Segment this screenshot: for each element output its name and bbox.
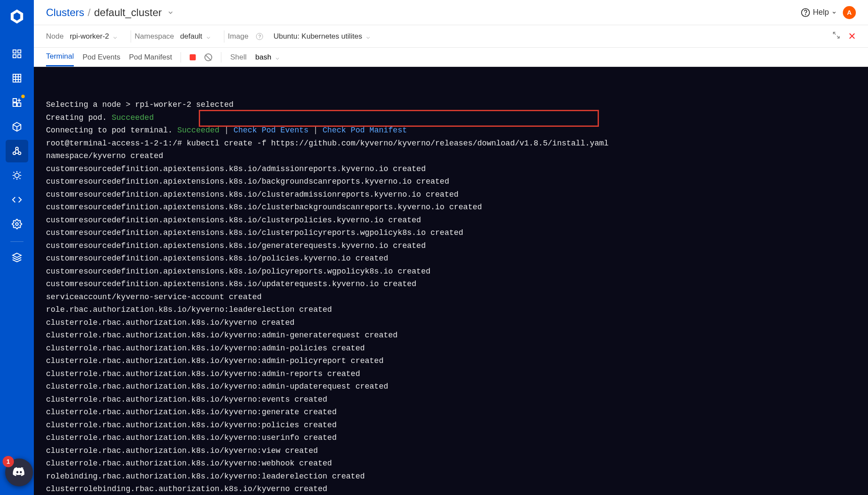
- app-logo[interactable]: [8, 8, 26, 25]
- breadcrumb-root[interactable]: Clusters: [46, 7, 84, 19]
- svg-marker-31: [13, 253, 21, 257]
- term-line: customresourcedefinition.apiextensions.k…: [46, 165, 426, 173]
- vertical-separator: [224, 30, 224, 43]
- nav-add-block-icon[interactable]: [6, 91, 28, 114]
- nav-bug-icon[interactable]: [6, 164, 28, 187]
- svg-point-21: [15, 173, 19, 178]
- selector-bar: Node rpi-worker-2 ⌵ Namespace default ⌵ …: [34, 25, 868, 48]
- nav-cluster-icon[interactable]: [6, 140, 28, 162]
- check-pod-events-link[interactable]: Check Pod Events: [233, 126, 309, 135]
- discord-count: 1: [3, 456, 14, 467]
- namespace-label: Namespace: [135, 32, 174, 41]
- term-line: Selecting a node > rpi-worker-2 selected: [46, 100, 233, 109]
- term-line: clusterrolebinding.rbac.authorization.k8…: [46, 485, 327, 493]
- term-line: clusterrole.rbac.authorization.k8s.io/ky…: [46, 331, 398, 340]
- vertical-separator: [131, 30, 131, 43]
- nav-dashboard-icon[interactable]: [6, 43, 28, 65]
- chevron-down-icon: ⌵: [207, 33, 210, 40]
- term-line: namespace/kyverno created: [46, 152, 163, 160]
- vertical-separator: [181, 52, 181, 63]
- nav-code-icon[interactable]: [6, 188, 28, 211]
- vertical-separator: [221, 52, 221, 63]
- chevron-down-icon[interactable]: [167, 7, 174, 19]
- svg-rect-11: [17, 103, 21, 106]
- term-line: Creating pod. Succeeded: [46, 113, 154, 122]
- avatar-letter: A: [847, 9, 852, 16]
- block-icon[interactable]: [204, 53, 212, 61]
- info-icon[interactable]: ?: [256, 33, 263, 40]
- tabs-bar: Terminal Pod Events Pod Manifest Shell b…: [34, 48, 868, 67]
- node-value[interactable]: rpi-worker-2 ⌵: [70, 32, 117, 41]
- terminal-output[interactable]: Selecting a node > rpi-worker-2 selected…: [34, 67, 868, 495]
- svg-line-25: [20, 178, 20, 179]
- namespace-select: Namespace default ⌵: [135, 32, 210, 41]
- svg-line-19: [18, 150, 19, 152]
- nav-stack-icon[interactable]: [6, 246, 28, 269]
- svg-line-34: [833, 32, 835, 34]
- svg-line-35: [837, 36, 839, 38]
- term-line: customresourcedefinition.apiextensions.k…: [46, 280, 416, 288]
- term-line: customresourcedefinition.apiextensions.k…: [46, 203, 482, 211]
- shell-label: Shell: [230, 53, 247, 62]
- term-line: customresourcedefinition.apiextensions.k…: [46, 228, 463, 237]
- term-line: root@terminal-access-1-2-1:/# kubectl cr…: [46, 139, 608, 148]
- image-value[interactable]: Ubuntu: Kubernetes utilites ⌵: [273, 32, 370, 41]
- notification-dot: [21, 95, 25, 98]
- svg-point-17: [18, 152, 21, 155]
- svg-point-33: [806, 14, 806, 15]
- term-line: clusterrole.rbac.authorization.k8s.io/ky…: [46, 421, 337, 429]
- image-label: Image: [228, 32, 248, 41]
- svg-point-15: [16, 147, 18, 150]
- svg-rect-3: [18, 55, 21, 58]
- term-line: customresourcedefinition.apiextensions.k…: [46, 216, 421, 224]
- stop-button[interactable]: [190, 54, 196, 60]
- discord-icon: [12, 465, 26, 479]
- nav-grid-icon[interactable]: [6, 67, 28, 89]
- term-line: clusterrole.rbac.authorization.k8s.io/ky…: [46, 395, 327, 404]
- node-select: Node rpi-worker-2 ⌵: [46, 32, 117, 41]
- svg-line-18: [15, 150, 16, 152]
- tab-pod-manifest[interactable]: Pod Manifest: [129, 48, 172, 66]
- nav-settings-icon[interactable]: [6, 213, 28, 235]
- term-line: serviceaccount/kyverno-service-account c…: [46, 293, 262, 301]
- help-icon: [801, 8, 810, 17]
- term-line: customresourcedefinition.apiextensions.k…: [46, 267, 431, 276]
- main-column: Clusters / default_cluster Help A Node r…: [34, 0, 868, 495]
- help-menu[interactable]: Help: [801, 8, 837, 17]
- term-line: clusterrole.rbac.authorization.k8s.io/ky…: [46, 318, 295, 327]
- term-line: clusterrole.rbac.authorization.k8s.io/ky…: [46, 370, 360, 378]
- close-icon[interactable]: ✕: [848, 31, 856, 42]
- term-line: role.rbac.authorization.k8s.io/kyverno:l…: [46, 305, 332, 314]
- term-line: customresourcedefinition.apiextensions.k…: [46, 190, 459, 199]
- term-line: customresourcedefinition.apiextensions.k…: [46, 241, 426, 250]
- chevron-down-icon: ⌵: [366, 33, 370, 40]
- term-line: clusterrole.rbac.authorization.k8s.io/ky…: [46, 408, 337, 416]
- term-line: clusterrole.rbac.authorization.k8s.io/ky…: [46, 382, 388, 391]
- term-line: clusterrole.rbac.authorization.k8s.io/ky…: [46, 446, 318, 455]
- tab-pod-events[interactable]: Pod Events: [82, 48, 120, 66]
- topbar: Clusters / default_cluster Help A: [34, 0, 868, 25]
- minimize-icon[interactable]: [832, 31, 840, 41]
- svg-line-24: [13, 172, 14, 173]
- discord-button[interactable]: 1: [5, 459, 33, 486]
- nav-cube-icon[interactable]: [6, 116, 28, 138]
- tab-terminal[interactable]: Terminal: [46, 48, 74, 66]
- term-line: clusterrole.rbac.authorization.k8s.io/ky…: [46, 433, 337, 442]
- svg-rect-4: [13, 74, 21, 82]
- chevron-down-icon: [832, 10, 837, 15]
- svg-line-29: [20, 172, 20, 173]
- breadcrumb-current: default_cluster: [94, 7, 162, 19]
- avatar[interactable]: A: [843, 6, 856, 19]
- node-label: Node: [46, 32, 64, 41]
- shell-select[interactable]: bash ⌵: [255, 53, 279, 62]
- term-line: customresourcedefinition.apiextensions.k…: [46, 177, 449, 186]
- help-label: Help: [813, 8, 829, 17]
- svg-rect-0: [13, 50, 16, 53]
- svg-rect-10: [13, 103, 16, 106]
- check-pod-manifest-link[interactable]: Check Pod Manifest: [322, 126, 407, 135]
- namespace-value[interactable]: default ⌵: [180, 32, 210, 41]
- term-line: clusterrole.rbac.authorization.k8s.io/ky…: [46, 356, 384, 365]
- svg-point-30: [16, 223, 18, 225]
- breadcrumb: Clusters / default_cluster: [46, 7, 174, 19]
- svg-line-28: [13, 178, 14, 179]
